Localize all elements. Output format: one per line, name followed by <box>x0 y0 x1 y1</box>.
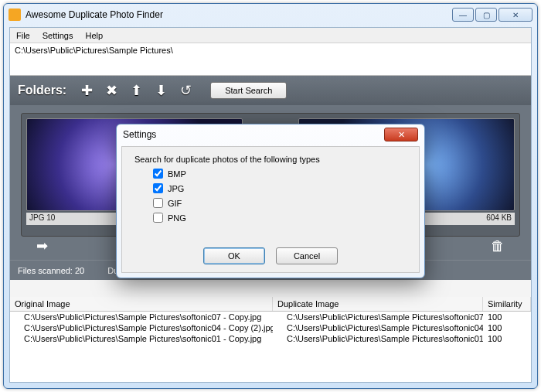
delete-icon[interactable]: 🗑 <box>491 238 505 254</box>
ok-button[interactable]: OK <box>203 247 265 264</box>
menubar: File Settings Help <box>10 28 531 43</box>
folders-toolbar: Folders: ✚ ✖ ⬆ ⬇ ↺ Start Search <box>10 76 531 105</box>
cancel-button[interactable]: Cancel <box>276 247 338 264</box>
maximize-button[interactable]: ▢ <box>475 8 497 22</box>
dialog-titlebar[interactable]: Settings ✕ <box>117 124 424 145</box>
next-icon[interactable]: ➡ <box>36 237 48 254</box>
titlebar[interactable]: Awesome Duplicate Photo Finder — ▢ ✕ <box>4 4 537 26</box>
move-down-icon[interactable]: ⬇ <box>151 81 170 100</box>
status-scanned: Files scanned: 20 <box>18 266 84 275</box>
bmp-checkbox[interactable] <box>153 169 163 179</box>
jpg-checkbox[interactable] <box>153 183 163 193</box>
move-up-icon[interactable]: ⬆ <box>127 81 145 100</box>
png-label: PNG <box>168 213 186 223</box>
refresh-icon[interactable]: ↺ <box>176 81 195 100</box>
start-search-button[interactable]: Start Search <box>210 82 287 99</box>
table-row[interactable]: C:\Users\Public\Pictures\Sample Pictures… <box>10 322 531 333</box>
settings-dialog: Settings ✕ Search for duplicate photos o… <box>116 124 425 278</box>
bmp-label: BMP <box>168 169 186 179</box>
col-similarity[interactable]: Similarity <box>483 297 531 311</box>
col-duplicate[interactable]: Duplicate Image <box>273 297 483 311</box>
results-table[interactable]: Original Image Duplicate Image Similarit… <box>10 297 531 382</box>
table-row[interactable]: C:\Users\Public\Pictures\Sample Pictures… <box>10 333 531 344</box>
menu-help[interactable]: Help <box>79 29 109 42</box>
minimize-button[interactable]: — <box>452 8 474 22</box>
table-row[interactable]: C:\Users\Public\Pictures\Sample Pictures… <box>10 312 531 322</box>
col-original[interactable]: Original Image <box>10 297 273 311</box>
dialog-heading: Search for duplicate photos of the follo… <box>134 155 407 164</box>
folders-label: Folders: <box>18 84 66 97</box>
gif-label: GIF <box>168 199 182 208</box>
gif-checkbox[interactable] <box>153 198 163 208</box>
add-folder-icon[interactable]: ✚ <box>77 81 96 100</box>
menu-settings[interactable]: Settings <box>36 29 80 42</box>
folder-path-list[interactable]: C:\Users\Public\Pictures\Sample Pictures… <box>10 43 531 76</box>
dialog-close-button[interactable]: ✕ <box>384 128 418 141</box>
png-checkbox[interactable] <box>153 213 163 223</box>
dialog-title: Settings <box>123 129 156 140</box>
window-title: Awesome Duplicate Photo Finder <box>26 9 163 20</box>
results-header: Original Image Duplicate Image Similarit… <box>10 297 531 312</box>
menu-file[interactable]: File <box>10 29 36 42</box>
app-icon <box>9 9 21 21</box>
jpg-label: JPG <box>168 184 184 193</box>
close-button[interactable]: ✕ <box>498 8 532 22</box>
remove-folder-icon[interactable]: ✖ <box>102 81 121 100</box>
